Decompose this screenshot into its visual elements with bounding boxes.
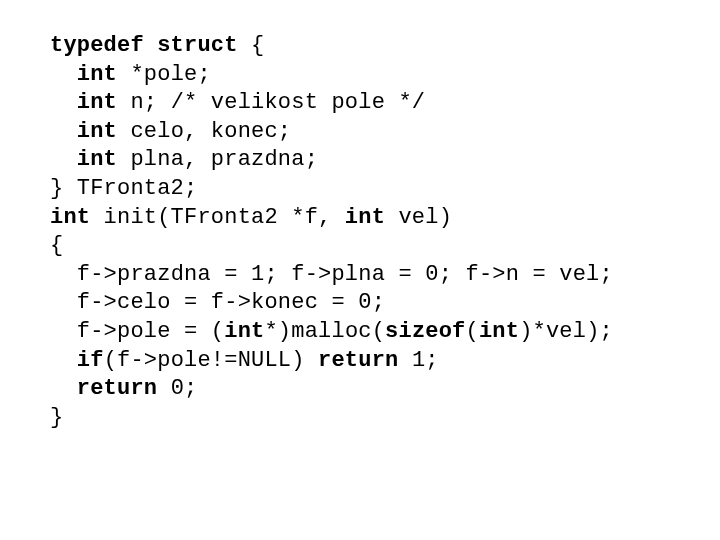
code-token: { [50,233,63,258]
keyword-token: return [318,348,412,373]
keyword-token: int [77,119,131,144]
code-token: } [50,405,63,430]
code-token: *pole; [130,62,210,87]
code-token: plna, prazdna; [130,147,318,172]
keyword-token: typedef [50,33,157,58]
code-token: vel) [398,205,452,230]
code-line: { [50,232,720,261]
code-block: typedef struct { int *pole; int n; /* ve… [0,0,720,432]
keyword-token: int [479,319,519,344]
code-token: } TFronta2; [50,176,197,201]
code-line: f->celo = f->konec = 0; [50,289,720,318]
keyword-token: sizeof [385,319,465,344]
code-line: int plna, prazdna; [50,146,720,175]
code-token: *)malloc( [264,319,385,344]
code-token: ( [466,319,479,344]
code-line: return 0; [50,375,720,404]
code-line: int n; /* velikost pole */ [50,89,720,118]
code-token: (f->pole!=NULL) [104,348,318,373]
code-line: int celo, konec; [50,118,720,147]
code-token: f->celo = f->konec = 0; [77,290,385,315]
keyword-token: if [77,348,104,373]
keyword-token: int [77,62,131,87]
code-token: f->prazdna = 1; f->plna = 0; f->n = vel; [77,262,613,287]
code-line: typedef struct { [50,32,720,61]
code-token: { [251,33,264,58]
code-line: int init(TFronta2 *f, int vel) [50,204,720,233]
code-line: } [50,404,720,433]
code-line: } TFronta2; [50,175,720,204]
code-token: 1; [412,348,439,373]
code-token: )*vel); [519,319,613,344]
code-token: init(TFronta2 *f, [104,205,345,230]
code-token: n; /* velikost pole */ [130,90,425,115]
keyword-token: int [50,205,104,230]
keyword-token: struct [157,33,251,58]
code-line: int *pole; [50,61,720,90]
keyword-token: return [77,376,171,401]
code-token: celo, konec; [130,119,291,144]
keyword-token: int [77,147,131,172]
code-token: 0; [171,376,198,401]
code-token: f->pole = ( [77,319,224,344]
code-line: f->prazdna = 1; f->plna = 0; f->n = vel; [50,261,720,290]
keyword-token: int [224,319,264,344]
keyword-token: int [345,205,399,230]
keyword-token: int [77,90,131,115]
code-line: if(f->pole!=NULL) return 1; [50,347,720,376]
code-line: f->pole = (int*)malloc(sizeof(int)*vel); [50,318,720,347]
